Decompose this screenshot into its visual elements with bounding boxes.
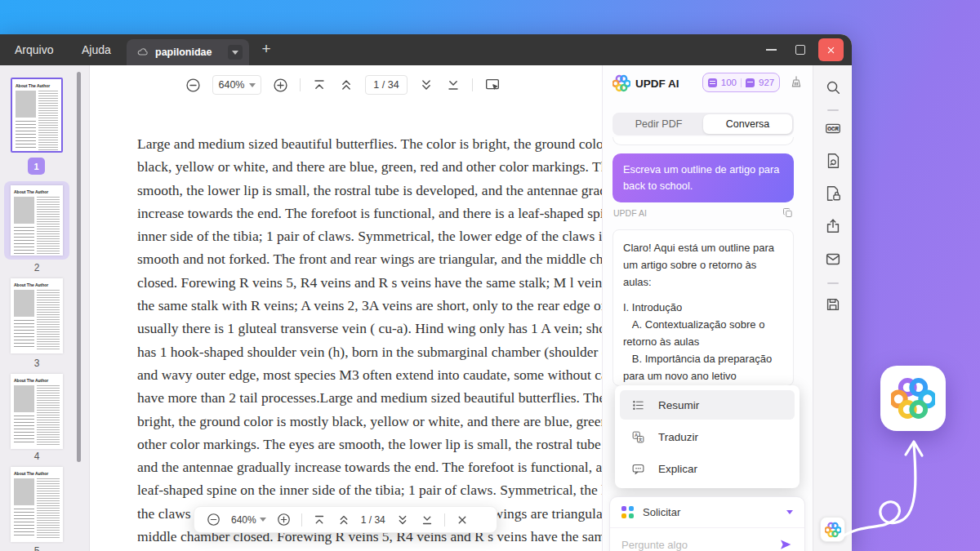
convert-button[interactable]: [824, 152, 842, 170]
divider: [301, 513, 302, 527]
page-thumbnail-3[interactable]: About The Author: [11, 278, 63, 353]
divider: [827, 109, 839, 111]
ai-panel-header: UPDF AI 100 927: [603, 65, 813, 101]
text-line: usually there is 1 gluteal transverse ve…: [137, 317, 602, 340]
ocr-button[interactable]: OCR: [824, 119, 842, 137]
document-toolbar: 640% 1 / 34: [185, 74, 501, 96]
menu-item-explicar[interactable]: Explicar: [620, 454, 795, 483]
previous-page-button[interactable]: [336, 513, 351, 527]
solicitar-dropdown[interactable]: Solicitar: [610, 497, 804, 528]
new-tab-button[interactable]: +: [253, 34, 279, 65]
zoom-out-button[interactable]: [206, 512, 221, 527]
solicitar-label: Solicitar: [643, 506, 777, 518]
text-line: black, yellow or white, and there are bl…: [137, 155, 602, 178]
thumbnail-scrollbar[interactable]: [77, 72, 81, 462]
thumbnail-title: About The Author: [14, 282, 60, 287]
divider: [827, 282, 839, 284]
text-line: leaf-shaped spine on the inner side of t…: [137, 478, 602, 501]
menu-item-label: Traduzir: [658, 431, 698, 443]
response-paragraph: Claro! Aqui está um outline para um arti…: [623, 239, 783, 291]
zoom-in-button[interactable]: [272, 77, 289, 94]
desktop: Arquivo Ajuda papilonidae + About The Au…: [0, 0, 980, 551]
maximize-button[interactable]: [795, 45, 805, 55]
updf-ai-panel: UPDF AI 100 927 Pedir PDF Conversa Escre…: [602, 65, 813, 551]
document-tab-label: papilonidae: [155, 47, 222, 58]
ai-sender-row: UPDF AI: [613, 207, 794, 219]
text-line: have more than 2 tail processes.Large an…: [137, 386, 602, 409]
minimize-button[interactable]: [766, 49, 777, 51]
close-button[interactable]: [818, 38, 844, 61]
document-tab[interactable]: papilonidae: [127, 39, 249, 65]
tab-options-button[interactable]: [228, 45, 243, 60]
page-number-input[interactable]: 1 / 34: [365, 75, 408, 95]
text-line: smooth, the lower lip is small, the rost…: [137, 179, 602, 202]
ai-sender-label: UPDF AI: [613, 208, 647, 218]
save-button[interactable]: [824, 295, 842, 313]
close-toolbar-button[interactable]: [455, 513, 470, 527]
page-number-input[interactable]: 1 / 34: [361, 514, 385, 526]
tab-pedir-pdf[interactable]: Pedir PDF: [614, 114, 703, 134]
previous-page-button[interactable]: [338, 77, 354, 93]
ai-panel-title: UPDF AI: [635, 78, 679, 90]
chat-credit-icon: [746, 78, 755, 87]
clear-conversation-button[interactable]: [789, 75, 804, 90]
page-thumbnail-2[interactable]: About The Author: [4, 181, 69, 260]
updf-ai-logo-icon: [612, 74, 630, 92]
next-page-button[interactable]: [395, 513, 410, 527]
ai-credits-badge[interactable]: 100 927: [702, 73, 780, 92]
copy-icon[interactable]: [782, 207, 794, 219]
zoom-level-dropdown[interactable]: 640%: [231, 514, 266, 526]
extract-lock-button[interactable]: [824, 184, 842, 202]
titlebar: Arquivo Ajuda papilonidae +: [0, 34, 852, 65]
last-page-button[interactable]: [445, 77, 461, 93]
text-line: Large and medium sized beautiful butterf…: [137, 132, 602, 155]
share-button[interactable]: [824, 217, 842, 235]
page-thumbnail-1[interactable]: About The Author: [11, 78, 63, 153]
text-line: closed. Forewing R veins 5, R4 veins and…: [137, 271, 602, 294]
first-page-button[interactable]: [312, 513, 327, 527]
ai-quick-actions-menu: Resumir Traduzir Explicar: [615, 385, 800, 488]
thumbnail-title: About The Author: [14, 378, 60, 383]
page-number-4: 4: [11, 451, 63, 462]
next-page-button[interactable]: [418, 77, 434, 93]
translate-icon: [631, 430, 645, 444]
zoom-level-value: 640%: [231, 514, 256, 526]
cloud-sync-icon: [136, 46, 149, 59]
pdf-page-text[interactable]: Large and medium sized beautiful butterf…: [137, 132, 602, 551]
zoom-out-button[interactable]: [185, 77, 202, 94]
mail-button[interactable]: [824, 250, 842, 268]
text-line: smooth and not forked. The front and rea…: [137, 247, 602, 270]
text-line: and the antennae gradually increase towa…: [137, 455, 602, 478]
tab-conversa[interactable]: Conversa: [703, 114, 792, 134]
divider: [741, 78, 742, 87]
text-line: increase towards the end. The forefoot i…: [137, 202, 602, 224]
document-credit-count: 100: [721, 78, 737, 87]
chevron-down-icon: [249, 83, 256, 87]
current-page-badge: 1: [28, 158, 45, 175]
send-icon[interactable]: [778, 537, 793, 551]
presentation-mode-button[interactable]: [483, 76, 501, 94]
menu-arquivo[interactable]: Arquivo: [5, 34, 63, 65]
menu-item-resumir[interactable]: Resumir: [620, 390, 795, 420]
thumbnail-page: About The Author: [12, 79, 61, 151]
menu-item-traduzir[interactable]: Traduzir: [620, 422, 795, 451]
first-page-button[interactable]: [311, 77, 327, 93]
zoom-in-button[interactable]: [276, 512, 292, 527]
chat-explain-icon: [631, 462, 645, 476]
page-thumbnail-4[interactable]: About The Author: [11, 374, 63, 449]
list-icon: [631, 398, 645, 412]
menu-ajuda[interactable]: Ajuda: [72, 34, 121, 65]
updf-app-window: Arquivo Ajuda papilonidae + About The Au…: [0, 34, 852, 551]
last-page-button[interactable]: [420, 513, 434, 527]
chevron-down-icon: [260, 518, 266, 522]
ask-input[interactable]: [621, 539, 772, 551]
close-icon: [825, 44, 837, 56]
ai-input-card: Solicitar: [609, 496, 805, 551]
updf-clover-logo-icon: [891, 376, 935, 420]
search-button[interactable]: [824, 78, 842, 96]
page-thumbnail-5[interactable]: About The Author: [11, 467, 63, 542]
chevron-down-icon: [786, 510, 793, 514]
zoom-level-dropdown[interactable]: 640%: [212, 75, 261, 95]
thumbnail-panel: About The Author 1 About The Author 2 Ab…: [0, 65, 90, 551]
thumbnail-title: About The Author: [14, 189, 60, 194]
